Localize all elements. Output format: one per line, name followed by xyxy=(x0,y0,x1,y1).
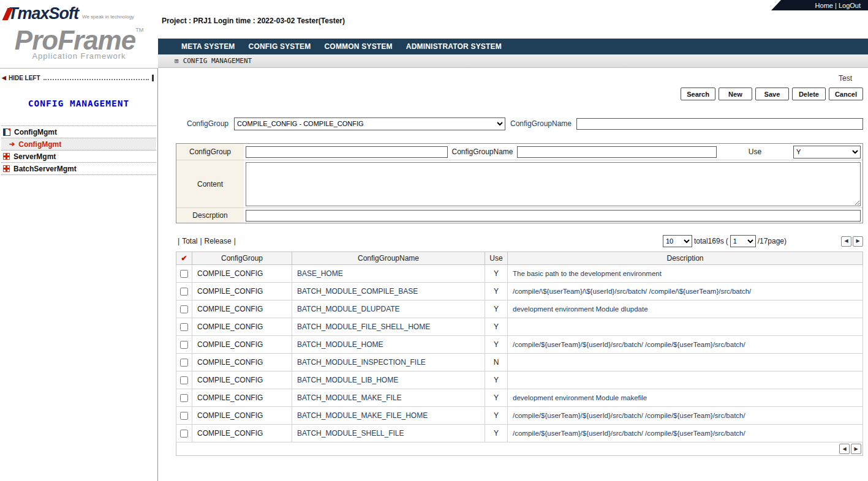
row-checkbox[interactable] xyxy=(180,305,188,313)
cell-checkbox xyxy=(176,300,192,318)
cell-use: Y xyxy=(485,318,508,336)
cell-use: Y xyxy=(485,336,508,354)
tmaxsoft-tagline: We speak in technology xyxy=(82,14,134,20)
cell-use: Y xyxy=(485,407,508,425)
pager-arrows: ◀ ▶ xyxy=(841,236,863,247)
page-number-select[interactable]: 1 xyxy=(730,235,756,247)
row-checkbox[interactable] xyxy=(180,359,188,367)
row-checkbox[interactable] xyxy=(180,341,188,349)
save-button[interactable]: Save xyxy=(755,88,789,100)
menu-meta-system[interactable]: META SYSTEM xyxy=(181,42,235,51)
menu-common-system[interactable]: COMMON SYSTEM xyxy=(325,42,393,51)
folder-icon xyxy=(3,129,10,136)
content-textarea[interactable] xyxy=(246,162,861,206)
table-row: COMPILE_CONFIG BATCH_MODULE_LIB_HOME Y xyxy=(176,371,863,389)
configgroupname-form-label: ConfigGroupName xyxy=(448,147,517,156)
cell-use: Y xyxy=(485,265,508,283)
proframe-logo-row: ProFrameTM xyxy=(2,27,156,54)
cell-configgroup: COMPILE_CONFIG xyxy=(192,371,292,389)
row-checkbox[interactable] xyxy=(180,323,188,331)
separator: | xyxy=(234,237,236,245)
cell-checkbox xyxy=(176,354,192,371)
cell-configgroup: COMPILE_CONFIG xyxy=(192,318,292,336)
tmaxsoft-logo: TmaxSoft We speak in technology xyxy=(5,6,134,22)
next-page-button-bottom[interactable]: ▶ xyxy=(851,444,861,454)
configgroup-form-label: ConfigGroup xyxy=(176,144,244,160)
cell-configgroup: COMPILE_CONFIG xyxy=(192,389,292,407)
hide-left-divider xyxy=(43,79,149,80)
description-form-input[interactable] xyxy=(246,210,861,222)
cell-configgroupname: BATCH_MODULE_HOME xyxy=(292,336,485,354)
row-checkbox[interactable] xyxy=(180,412,188,420)
sidebar-item-configmgmt[interactable]: ConfigMgmt xyxy=(1,126,156,138)
breadcrumb: CONFIG MANAGEMENT xyxy=(183,57,252,65)
page-total-text: /17page) xyxy=(758,237,787,245)
select-all-check-icon[interactable]: ✔ xyxy=(181,254,187,263)
hide-left-control[interactable]: ◀ HIDE LEFT xyxy=(2,73,156,83)
table-row: COMPILE_CONFIG BATCH_MODULE_COMPILE_BASE… xyxy=(176,283,863,300)
action-buttons: Search New Save Delete Cancel xyxy=(176,88,863,100)
separator: | xyxy=(178,237,179,245)
cancel-button[interactable]: Cancel xyxy=(829,88,863,100)
cell-configgroup: COMPILE_CONFIG xyxy=(192,354,292,371)
list-filter-links: | Total | Release | xyxy=(176,237,236,245)
cell-description xyxy=(508,354,863,371)
proframe-trademark: TM xyxy=(135,27,143,33)
search-filter-row: ConfigGroup COMPILE_CONFIG - COMPILE_CON… xyxy=(176,117,863,130)
cell-configgroupname: BATCH_MODULE_SHELL_FILE xyxy=(292,425,485,442)
plus-icon xyxy=(3,153,10,160)
prev-page-button-bottom[interactable]: ◀ xyxy=(839,444,850,454)
new-button[interactable]: New xyxy=(719,88,752,100)
expand-box-icon[interactable]: ⊞ xyxy=(175,57,179,65)
table-header-row: ✔ ConfigGroup ConfigGroupName Use Descri… xyxy=(176,252,863,265)
search-button[interactable]: Search xyxy=(681,88,715,100)
configgroup-form-input[interactable] xyxy=(246,146,448,158)
total-link[interactable]: Total xyxy=(182,237,197,245)
row-checkbox[interactable] xyxy=(180,394,188,402)
release-link[interactable]: Release xyxy=(205,237,232,245)
menu-config-system[interactable]: CONFIG SYSTEM xyxy=(249,42,311,51)
cell-use: Y xyxy=(485,300,508,318)
configgroupname-filter-label: ConfigGroupName xyxy=(505,119,576,128)
project-info: Project : PRJ1 Login time : 2022-03-02 T… xyxy=(162,17,345,25)
sidebar-item-label: ConfigMgmt xyxy=(14,128,57,136)
cell-description xyxy=(508,371,863,389)
hide-left-handle[interactable] xyxy=(152,75,154,81)
cell-checkbox xyxy=(176,265,192,283)
sidebar-item-label: BatchServerMgmt xyxy=(13,165,77,173)
sidebar-item-label: ConfigMgmt xyxy=(18,140,61,149)
col-header-use: Use xyxy=(485,252,508,265)
use-select[interactable]: Y xyxy=(793,146,861,158)
cell-configgroup: COMPILE_CONFIG xyxy=(192,300,292,318)
next-page-button[interactable]: ▶ xyxy=(853,236,863,247)
col-header-configgroupname: ConfigGroupName xyxy=(292,252,485,265)
row-checkbox[interactable] xyxy=(180,270,188,278)
header: Home | LogOut TmaxSoft We speak in techn… xyxy=(0,0,868,68)
row-checkbox[interactable] xyxy=(180,376,188,384)
configgroupname-filter-input[interactable] xyxy=(576,118,863,130)
home-logout-links[interactable]: Home | LogOut xyxy=(815,2,861,9)
cell-configgroupname: BATCH_MODULE_LIB_HOME xyxy=(292,371,485,389)
configgroupname-form-input[interactable] xyxy=(517,146,717,158)
delete-button[interactable]: Delete xyxy=(792,88,826,100)
row-checkbox[interactable] xyxy=(180,430,188,438)
page-size-select[interactable]: 10 xyxy=(663,235,692,247)
cell-configgroupname: BATCH_MODULE_MAKE_FILE_HOME xyxy=(292,407,485,425)
arrow-icon: ➔ xyxy=(9,140,15,148)
row-checkbox[interactable] xyxy=(180,288,188,296)
sidebar-item-batchservermgmt[interactable]: BatchServerMgmt xyxy=(1,163,156,175)
description-form-label: Descrption xyxy=(176,208,244,223)
cell-description: development environment Module dlupdate xyxy=(508,300,863,318)
sidebar-item-servermgmt[interactable]: ServerMgmt xyxy=(1,151,156,163)
configgroup-filter-select[interactable]: COMPILE_CONFIG - COMPILE_CONFIG xyxy=(234,117,505,130)
breadcrumb-bar: ⊞ CONFIG MANAGEMENT xyxy=(158,54,868,68)
sidebar-item-label: ServerMgmt xyxy=(13,152,56,161)
sidebar-item-configmgmt-current[interactable]: ➔ ConfigMgmt xyxy=(1,138,156,151)
menu-administrator-system[interactable]: ADMINISTRATOR SYSTEM xyxy=(406,42,502,51)
prev-page-button[interactable]: ◀ xyxy=(841,236,851,247)
table-row: COMPILE_CONFIG BATCH_MODULE_INSPECTION_F… xyxy=(176,354,863,371)
cell-description: development environment Module makefile xyxy=(508,389,863,407)
paren-open: ( xyxy=(726,237,728,245)
config-table: ✔ ConfigGroup ConfigGroupName Use Descri… xyxy=(176,252,863,442)
cell-use: Y xyxy=(485,283,508,300)
